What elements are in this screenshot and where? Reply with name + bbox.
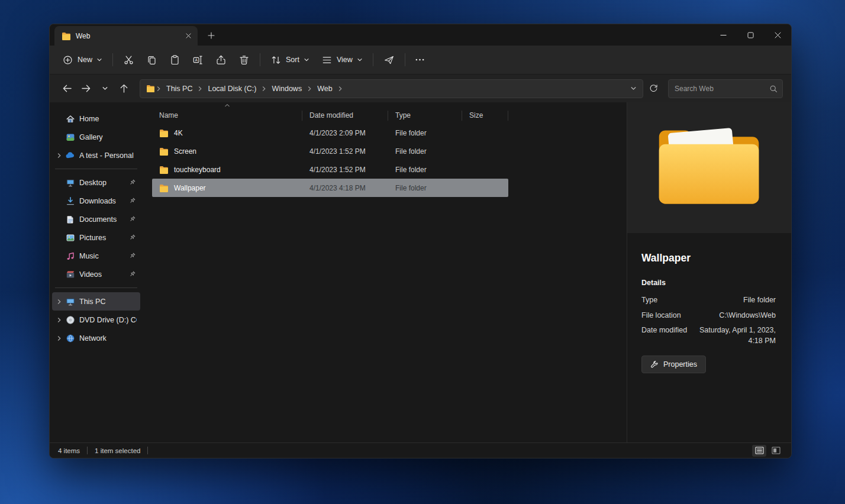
folder-icon	[62, 32, 71, 40]
column-header-type[interactable]: Type	[388, 111, 462, 121]
chevron-down-icon	[304, 57, 309, 63]
view-button[interactable]: View	[316, 50, 368, 70]
search-icon[interactable]	[769, 85, 778, 93]
forward-button[interactable]	[77, 80, 95, 98]
toolbar-separator	[112, 53, 113, 66]
file-date-modified: 4/1/2023 2:09 PM	[302, 129, 388, 137]
properties-button-label: Properties	[663, 360, 697, 369]
breadcrumb-local-disk[interactable]: Local Disk (C:)	[204, 83, 260, 95]
plus-icon	[208, 32, 215, 39]
breadcrumb-web[interactable]: Web	[313, 83, 336, 95]
file-type: File folder	[388, 166, 462, 174]
column-header-size[interactable]: Size	[462, 111, 508, 121]
onedrive-icon	[65, 150, 75, 160]
new-button[interactable]: New	[57, 50, 108, 70]
pictures-icon	[65, 232, 75, 243]
minimize-button[interactable]	[709, 24, 737, 46]
detail-value: C:\Windows\Web	[689, 311, 776, 321]
details-title: Wallpaper	[641, 252, 776, 264]
back-button[interactable]	[58, 80, 76, 98]
chevron-right-icon[interactable]	[155, 86, 162, 92]
file-row-screen[interactable]: Screen 4/1/2023 1:52 PM File folder	[152, 142, 508, 160]
file-row-wallpaper-selected[interactable]: Wallpaper 4/1/2023 4:18 PM File folder	[152, 179, 508, 197]
sidebar-item-gallery[interactable]: Gallery	[52, 128, 140, 146]
sidebar-item-dvd-drive[interactable]: DVD Drive (D:) CCC	[52, 311, 140, 329]
items-count: 4 items	[58, 447, 80, 454]
sidebar-item-label: Desktop	[79, 179, 126, 187]
window-controls	[709, 24, 791, 46]
new-tab-button[interactable]	[204, 28, 219, 43]
detail-value: Saturday, April 1, 2023, 4:18 PM	[689, 325, 776, 346]
this-pc-icon	[65, 296, 75, 306]
sidebar-item-desktop[interactable]: Desktop	[52, 173, 140, 192]
copy-button[interactable]	[141, 50, 163, 70]
sidebar-item-this-pc[interactable]: This PC	[52, 292, 140, 311]
sidebar-item-label: Network	[79, 334, 137, 343]
chevron-right-icon[interactable]	[54, 297, 63, 306]
navigation-pane: Home Gallery A test - Personal Desktop	[50, 102, 143, 442]
address-bar[interactable]: This PC Local Disk (C:) Windows Web	[140, 79, 643, 98]
column-header-name[interactable]: Name	[152, 111, 302, 121]
explorer-tab[interactable]: Web	[54, 26, 198, 46]
properties-button[interactable]: Properties	[641, 356, 706, 373]
titlebar[interactable]: Web	[50, 24, 791, 46]
close-button[interactable]	[764, 24, 791, 46]
file-row-touchkeyboard[interactable]: touchkeyboard 4/1/2023 1:52 PM File fold…	[152, 160, 508, 179]
file-name: touchkeyboard	[174, 166, 221, 174]
up-button[interactable]	[115, 80, 133, 98]
address-dropdown-icon[interactable]	[628, 83, 639, 94]
folder-icon	[146, 85, 155, 92]
delete-button[interactable]	[233, 50, 255, 70]
column-header-date-modified[interactable]: Date modified	[302, 111, 388, 121]
sidebar-item-home[interactable]: Home	[52, 109, 140, 128]
file-name: 4K	[174, 129, 183, 137]
chevron-right-icon[interactable]	[54, 151, 63, 160]
recent-locations-button[interactable]	[96, 80, 114, 98]
folder-icon	[159, 166, 169, 174]
chevron-right-icon[interactable]	[54, 334, 63, 343]
file-row-4k[interactable]: 4K 4/1/2023 2:09 PM File folder	[152, 124, 508, 142]
more-options-button[interactable]	[410, 50, 430, 70]
toolbar-separator	[373, 53, 373, 66]
rename-button[interactable]: A	[187, 50, 209, 70]
sort-button[interactable]: Sort	[265, 50, 315, 70]
chevron-right-icon[interactable]	[54, 315, 63, 324]
toolbar-separator	[405, 53, 405, 66]
network-icon	[65, 333, 75, 343]
sidebar-item-videos[interactable]: Videos	[52, 265, 140, 283]
file-name: Wallpaper	[174, 184, 206, 192]
tab-close-icon[interactable]	[182, 30, 194, 42]
large-icons-view-button[interactable]	[769, 445, 783, 457]
details-heading: Details	[641, 279, 776, 287]
chevron-right-icon[interactable]	[337, 86, 344, 92]
sidebar-item-network[interactable]: Network	[52, 329, 140, 347]
sidebar-item-documents[interactable]: Documents	[52, 210, 140, 228]
send-button[interactable]	[378, 50, 400, 70]
sidebar-item-downloads[interactable]: Downloads	[52, 192, 140, 210]
breadcrumb-windows[interactable]: Windows	[267, 83, 306, 95]
sort-ascending-icon	[224, 104, 230, 107]
desktop-icon	[65, 177, 75, 188]
refresh-button[interactable]	[644, 80, 662, 98]
pin-icon	[128, 197, 137, 205]
sidebar-item-pictures[interactable]: Pictures	[52, 228, 140, 247]
content-area: Home Gallery A test - Personal Desktop	[50, 102, 791, 442]
view-button-label: View	[337, 56, 353, 64]
share-button[interactable]	[210, 50, 232, 70]
sidebar-item-music[interactable]: Music	[52, 247, 140, 265]
details-view-button[interactable]	[752, 445, 766, 457]
pin-icon	[128, 215, 137, 224]
maximize-button[interactable]	[737, 24, 764, 46]
chevron-right-icon[interactable]	[196, 86, 204, 92]
sidebar-item-onedrive[interactable]: A test - Personal	[52, 146, 140, 164]
paste-button[interactable]	[164, 50, 186, 70]
cut-button[interactable]	[118, 50, 140, 70]
preview-panel	[627, 102, 791, 233]
chevron-right-icon[interactable]	[260, 86, 267, 92]
search-box[interactable]	[668, 79, 783, 98]
search-input[interactable]	[675, 85, 769, 93]
chevron-right-icon[interactable]	[306, 86, 313, 92]
address-bar-row: This PC Local Disk (C:) Windows Web	[50, 74, 791, 102]
breadcrumb-this-pc[interactable]: This PC	[162, 83, 196, 95]
detail-label: Date modified	[641, 325, 689, 346]
